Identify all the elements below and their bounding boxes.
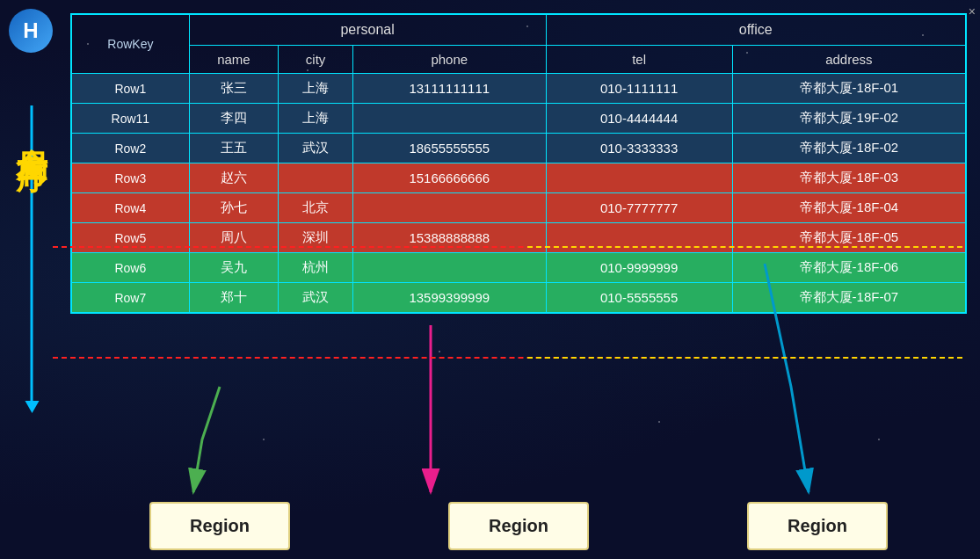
table-row: Row5周八深圳15388888888帝都大厦-18F-05: [71, 223, 966, 253]
city-cell: 北京: [279, 193, 353, 223]
phone-cell: [353, 104, 546, 134]
tel-cell: 010-1111111: [546, 74, 732, 104]
table-row: Row2王五武汉18655555555010-3333333帝都大厦-18F-0…: [71, 134, 966, 163]
tel-cell: 010-7777777: [546, 193, 732, 223]
personal-header: personal: [189, 14, 546, 46]
rowkey-cell: Row1: [71, 74, 189, 104]
region-box-3: Region: [747, 502, 888, 550]
table-row: Row6吴九杭州010-9999999帝都大厦-18F-06: [71, 253, 966, 283]
tel-cell: [546, 163, 732, 193]
rowkey-cell: Row2: [71, 134, 189, 163]
phone-cell: [353, 253, 546, 283]
yellow-dashed-line-2: [527, 357, 962, 359]
city-col-header: city: [279, 46, 353, 74]
address-cell: 帝都大厦-18F-03: [732, 163, 966, 193]
name-cell: 张三: [189, 74, 278, 104]
rowkey-cell: Row6: [71, 253, 189, 283]
table-row: Row11李四上海010-4444444帝都大厦-19F-02: [71, 104, 966, 134]
rowkey-cell: Row4: [71, 193, 189, 223]
region-box-1: Region: [149, 502, 290, 550]
table-row: Row3赵六15166666666帝都大厦-18F-03: [71, 163, 966, 193]
table-row: Row7郑十武汉13599399999010-5555555帝都大厦-18F-0…: [71, 283, 966, 314]
address-cell: 帝都大厦-18F-01: [732, 74, 966, 104]
header-group-row: RowKey personal office: [71, 14, 966, 46]
global-order-label: 全局有序: [16, 123, 47, 137]
city-cell: 武汉: [279, 134, 353, 163]
address-cell: 帝都大厦-18F-02: [732, 134, 966, 163]
name-col-header: name: [189, 46, 278, 74]
rowkey-cell: Row3: [71, 163, 189, 193]
tel-cell: [546, 223, 732, 253]
close-button[interactable]: ×: [969, 4, 976, 18]
regions-container: Region Region Region: [70, 502, 967, 550]
city-cell: 深圳: [279, 223, 353, 253]
name-cell: 赵六: [189, 163, 278, 193]
address-cell: 帝都大厦-19F-02: [732, 104, 966, 134]
phone-cell: 18655555555: [353, 134, 546, 163]
name-cell: 王五: [189, 134, 278, 163]
tel-cell: 010-3333333: [546, 134, 732, 163]
name-cell: 孙七: [189, 193, 278, 223]
tel-cell: 010-5555555: [546, 283, 732, 314]
tel-cell: 010-4444444: [546, 104, 732, 134]
phone-cell: 15388888888: [353, 223, 546, 253]
table-wrapper: RowKey personal office name city phone t…: [70, 13, 967, 471]
city-cell: 上海: [279, 74, 353, 104]
tel-col-header: tel: [546, 46, 732, 74]
vertical-text-label: 全局有序: [16, 123, 47, 137]
name-cell: 李四: [189, 104, 278, 134]
table-body: Row1张三上海13111111111010-1111111帝都大厦-18F-0…: [71, 74, 966, 314]
logo-icon: H: [9, 9, 53, 53]
city-cell: 上海: [279, 104, 353, 134]
phone-cell: 13599399999: [353, 283, 546, 314]
address-cell: 帝都大厦-18F-06: [732, 253, 966, 283]
address-cell: 帝都大厦-18F-07: [732, 283, 966, 314]
rowkey-header: RowKey: [71, 14, 189, 74]
tel-cell: 010-9999999: [546, 253, 732, 283]
phone-cell: 13111111111: [353, 74, 546, 104]
name-cell: 郑十: [189, 283, 278, 314]
city-cell: [279, 163, 353, 193]
name-cell: 吴九: [189, 253, 278, 283]
table-row: Row1张三上海13111111111010-1111111帝都大厦-18F-0…: [71, 74, 966, 104]
rowkey-cell: Row11: [71, 104, 189, 134]
address-col-header: address: [732, 46, 966, 74]
phone-col-header: phone: [353, 46, 546, 74]
rowkey-cell: Row5: [71, 223, 189, 253]
name-cell: 周八: [189, 223, 278, 253]
table-row: Row4孙七北京010-7777777帝都大厦-18F-04: [71, 193, 966, 223]
city-cell: 武汉: [279, 283, 353, 314]
address-cell: 帝都大厦-18F-04: [732, 193, 966, 223]
main-content: × H 全局有序 RowKey personal office name cit…: [0, 0, 980, 559]
data-table: RowKey personal office name city phone t…: [70, 13, 967, 314]
yellow-dashed-line: [527, 246, 962, 248]
down-arrow-icon: [31, 105, 33, 404]
logo: H: [9, 9, 62, 62]
phone-cell: 15166666666: [353, 163, 546, 193]
office-header: office: [546, 14, 966, 46]
column-headers-row: name city phone tel address: [71, 46, 966, 74]
phone-cell: [353, 193, 546, 223]
address-cell: 帝都大厦-18F-05: [732, 223, 966, 253]
region-box-2: Region: [448, 502, 589, 550]
rowkey-cell: Row7: [71, 283, 189, 314]
city-cell: 杭州: [279, 253, 353, 283]
